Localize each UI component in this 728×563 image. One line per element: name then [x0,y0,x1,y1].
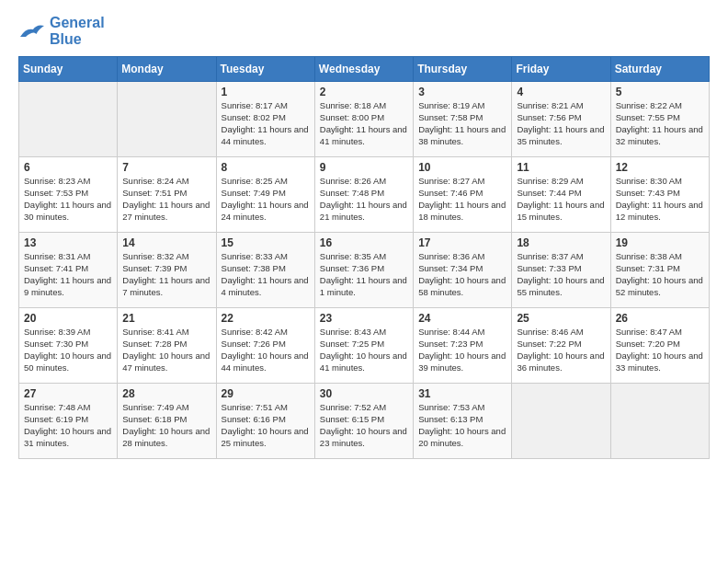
day-header-tuesday: Tuesday [216,57,314,82]
cell-content: Sunrise: 7:53 AMSunset: 6:13 PMDaylight:… [418,402,506,449]
week-row-1: 1Sunrise: 8:17 AMSunset: 8:02 PMDaylight… [19,82,710,157]
cell-content: Sunrise: 8:44 AMSunset: 7:23 PMDaylight:… [418,327,506,373]
calendar-cell: 19Sunrise: 8:38 AMSunset: 7:31 PMDayligh… [610,233,709,308]
day-number: 16 [320,236,408,249]
cell-content: Sunrise: 8:24 AMSunset: 7:51 PMDaylight:… [122,176,210,223]
week-row-2: 6Sunrise: 8:23 AMSunset: 7:53 PMDaylight… [19,157,710,233]
day-number: 10 [418,161,506,174]
cell-content: Sunrise: 7:49 AMSunset: 6:18 PMDaylight:… [122,402,210,449]
day-header-wednesday: Wednesday [314,57,413,82]
calendar-cell: 12Sunrise: 8:30 AMSunset: 7:43 PMDayligh… [610,157,709,233]
cell-content: Sunrise: 8:43 AMSunset: 7:25 PMDaylight:… [320,327,408,373]
day-number: 4 [517,86,605,98]
cell-content: Sunrise: 8:32 AMSunset: 7:39 PMDaylight:… [122,251,210,298]
calendar-cell: 28Sunrise: 7:49 AMSunset: 6:18 PMDayligh… [118,384,216,459]
cell-content: Sunrise: 8:42 AMSunset: 7:26 PMDaylight:… [222,327,310,373]
calendar-cell: 30Sunrise: 7:52 AMSunset: 6:15 PMDayligh… [314,384,413,459]
day-number: 7 [122,161,210,174]
header: General Blue [18,15,710,47]
cell-content: Sunrise: 8:36 AMSunset: 7:34 PMDaylight:… [418,251,506,298]
day-number: 27 [24,387,112,400]
cell-content: Sunrise: 8:47 AMSunset: 7:20 PMDaylight:… [616,327,704,373]
calendar-cell: 7Sunrise: 8:24 AMSunset: 7:51 PMDaylight… [118,157,216,233]
calendar-cell: 6Sunrise: 8:23 AMSunset: 7:53 PMDaylight… [19,157,118,233]
calendar-cell: 18Sunrise: 8:37 AMSunset: 7:33 PMDayligh… [512,233,610,308]
day-number: 9 [320,161,408,174]
calendar-cell: 3Sunrise: 8:19 AMSunset: 7:58 PMDaylight… [414,82,512,157]
calendar-cell: 10Sunrise: 8:27 AMSunset: 7:46 PMDayligh… [414,157,512,233]
day-number: 25 [517,312,605,325]
logo: General Blue [18,15,105,47]
cell-content: Sunrise: 8:29 AMSunset: 7:44 PMDaylight:… [517,176,605,223]
calendar-cell: 8Sunrise: 8:25 AMSunset: 7:49 PMDaylight… [216,157,314,233]
day-number: 8 [222,161,310,174]
cell-content: Sunrise: 8:41 AMSunset: 7:28 PMDaylight:… [122,327,210,373]
day-header-thursday: Thursday [414,57,512,82]
calendar-cell: 31Sunrise: 7:53 AMSunset: 6:13 PMDayligh… [414,384,512,459]
cell-content: Sunrise: 8:25 AMSunset: 7:49 PMDaylight:… [222,176,310,223]
cell-content: Sunrise: 8:26 AMSunset: 7:48 PMDaylight:… [320,176,408,223]
calendar-cell: 26Sunrise: 8:47 AMSunset: 7:20 PMDayligh… [610,308,709,384]
cell-content: Sunrise: 8:39 AMSunset: 7:30 PMDaylight:… [24,327,112,373]
day-number: 22 [222,312,310,325]
day-number: 5 [616,86,704,98]
calendar-cell: 23Sunrise: 8:43 AMSunset: 7:25 PMDayligh… [314,308,413,384]
day-number: 2 [320,86,408,98]
calendar-table: SundayMondayTuesdayWednesdayThursdayFrid… [18,56,710,459]
calendar-cell: 22Sunrise: 8:42 AMSunset: 7:26 PMDayligh… [216,308,314,384]
day-header-saturday: Saturday [610,57,709,82]
cell-content: Sunrise: 8:22 AMSunset: 7:55 PMDaylight:… [616,100,704,147]
cell-content: Sunrise: 8:18 AMSunset: 8:00 PMDaylight:… [320,100,408,147]
calendar-cell: 29Sunrise: 7:51 AMSunset: 6:16 PMDayligh… [216,384,314,459]
week-row-4: 20Sunrise: 8:39 AMSunset: 7:30 PMDayligh… [19,308,710,384]
day-number: 23 [320,312,408,325]
day-number: 3 [418,86,506,98]
cell-content: Sunrise: 8:30 AMSunset: 7:43 PMDaylight:… [616,176,704,223]
day-number: 17 [418,236,506,249]
calendar-cell [19,82,118,157]
day-number: 11 [517,161,605,174]
calendar-cell: 17Sunrise: 8:36 AMSunset: 7:34 PMDayligh… [414,233,512,308]
calendar-cell: 2Sunrise: 8:18 AMSunset: 8:00 PMDaylight… [314,82,413,157]
calendar-cell: 11Sunrise: 8:29 AMSunset: 7:44 PMDayligh… [512,157,610,233]
day-header-monday: Monday [118,57,216,82]
calendar-cell: 27Sunrise: 7:48 AMSunset: 6:19 PMDayligh… [19,384,118,459]
cell-content: Sunrise: 8:21 AMSunset: 7:56 PMDaylight:… [517,100,605,147]
calendar-cell: 24Sunrise: 8:44 AMSunset: 7:23 PMDayligh… [414,308,512,384]
day-number: 1 [222,86,310,98]
calendar-cell: 5Sunrise: 8:22 AMSunset: 7:55 PMDaylight… [610,82,709,157]
calendar-cell: 14Sunrise: 8:32 AMSunset: 7:39 PMDayligh… [118,233,216,308]
cell-content: Sunrise: 8:27 AMSunset: 7:46 PMDaylight:… [418,176,506,223]
calendar-cell: 20Sunrise: 8:39 AMSunset: 7:30 PMDayligh… [19,308,118,384]
calendar-cell: 16Sunrise: 8:35 AMSunset: 7:36 PMDayligh… [314,233,413,308]
cell-content: Sunrise: 7:52 AMSunset: 6:15 PMDaylight:… [320,402,408,449]
day-number: 15 [222,236,310,249]
day-number: 31 [418,387,506,400]
day-number: 12 [616,161,704,174]
logo-text: General Blue [50,15,105,47]
day-number: 26 [616,312,704,325]
cell-content: Sunrise: 7:48 AMSunset: 6:19 PMDaylight:… [24,402,112,449]
cell-content: Sunrise: 7:51 AMSunset: 6:16 PMDaylight:… [222,402,310,449]
day-number: 30 [320,387,408,400]
calendar-cell: 4Sunrise: 8:21 AMSunset: 7:56 PMDaylight… [512,82,610,157]
day-number: 21 [122,312,210,325]
cell-content: Sunrise: 8:46 AMSunset: 7:22 PMDaylight:… [517,327,605,373]
calendar-cell [118,82,216,157]
week-row-3: 13Sunrise: 8:31 AMSunset: 7:41 PMDayligh… [19,233,710,308]
day-number: 20 [24,312,112,325]
day-number: 6 [24,161,112,174]
cell-content: Sunrise: 8:35 AMSunset: 7:36 PMDaylight:… [320,251,408,298]
page: General Blue SundayMondayTuesdayWednesda… [0,0,728,477]
cell-content: Sunrise: 8:23 AMSunset: 7:53 PMDaylight:… [24,176,112,223]
cell-content: Sunrise: 8:31 AMSunset: 7:41 PMDaylight:… [24,251,112,298]
day-number: 24 [418,312,506,325]
calendar-cell: 15Sunrise: 8:33 AMSunset: 7:38 PMDayligh… [216,233,314,308]
day-header-sunday: Sunday [19,57,118,82]
cell-content: Sunrise: 8:38 AMSunset: 7:31 PMDaylight:… [616,251,704,298]
calendar-cell [512,384,610,459]
day-number: 28 [122,387,210,400]
cell-content: Sunrise: 8:33 AMSunset: 7:38 PMDaylight:… [222,251,310,298]
calendar-cell: 13Sunrise: 8:31 AMSunset: 7:41 PMDayligh… [19,233,118,308]
cell-content: Sunrise: 8:19 AMSunset: 7:58 PMDaylight:… [418,100,506,147]
